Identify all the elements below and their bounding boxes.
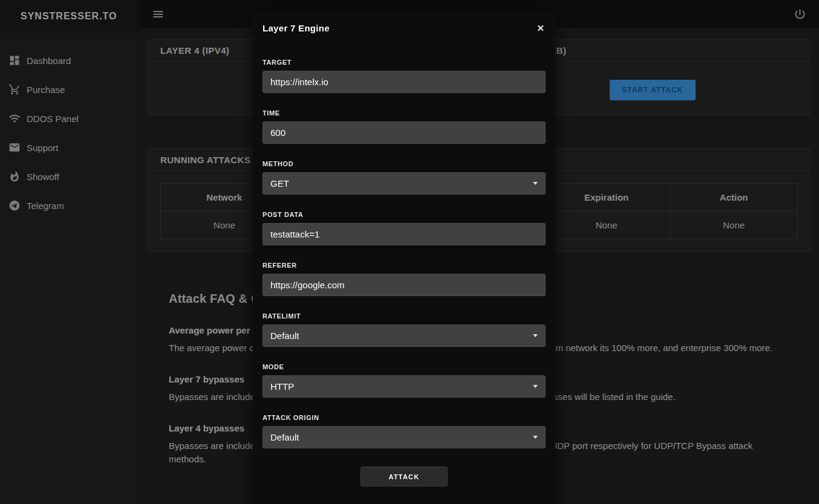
close-icon[interactable]: ✕ xyxy=(537,24,544,33)
chevron-down-icon xyxy=(533,182,538,185)
attack-button[interactable]: ATTACK xyxy=(361,467,448,486)
mode-label: MODE xyxy=(263,363,546,370)
target-input[interactable] xyxy=(263,71,546,93)
chevron-down-icon xyxy=(533,385,538,388)
referer-input[interactable] xyxy=(263,274,546,296)
mode-select[interactable]: HTTP xyxy=(263,375,546,398)
chevron-down-icon xyxy=(533,436,538,439)
ratelimit-select[interactable]: Default xyxy=(263,325,546,347)
mode-select-value: HTTP xyxy=(270,381,294,392)
ratelimit-field-group: RATELIMIT Default xyxy=(263,312,546,347)
mode-field-group: MODE HTTP xyxy=(263,363,546,398)
layer7-engine-modal: Layer 7 Engine ✕ TARGET TIME METHOD GET … xyxy=(253,11,555,504)
attack-origin-select-value: Default xyxy=(270,432,299,442)
ratelimit-label: RATELIMIT xyxy=(263,312,546,320)
method-field-group: METHOD GET xyxy=(263,160,546,195)
modal-body: TARGET TIME METHOD GET POST DATA REFERER… xyxy=(253,45,555,486)
target-label: TARGET xyxy=(263,59,546,66)
post-data-label: POST DATA xyxy=(263,211,546,218)
attack-origin-label: ATTACK ORIGIN xyxy=(263,414,546,421)
attack-origin-field-group: ATTACK ORIGIN Default xyxy=(263,414,546,448)
method-label: METHOD xyxy=(263,160,546,167)
time-field-group: TIME xyxy=(263,109,546,144)
target-field-group: TARGET xyxy=(263,59,546,93)
ratelimit-select-value: Default xyxy=(270,331,299,341)
referer-label: REFERER xyxy=(263,262,546,269)
method-select[interactable]: GET xyxy=(263,172,546,195)
post-data-input[interactable] xyxy=(263,223,546,245)
modal-title: Layer 7 Engine xyxy=(263,23,330,33)
referer-field-group: REFERER xyxy=(263,262,546,296)
modal-header: Layer 7 Engine ✕ xyxy=(253,11,555,45)
chevron-down-icon xyxy=(533,334,538,337)
post-data-field-group: POST DATA xyxy=(263,211,546,245)
time-input[interactable] xyxy=(263,121,546,144)
method-select-value: GET xyxy=(270,178,289,189)
time-label: TIME xyxy=(263,109,546,117)
modal-actions: ATTACK xyxy=(263,467,546,486)
attack-origin-select[interactable]: Default xyxy=(263,426,546,448)
